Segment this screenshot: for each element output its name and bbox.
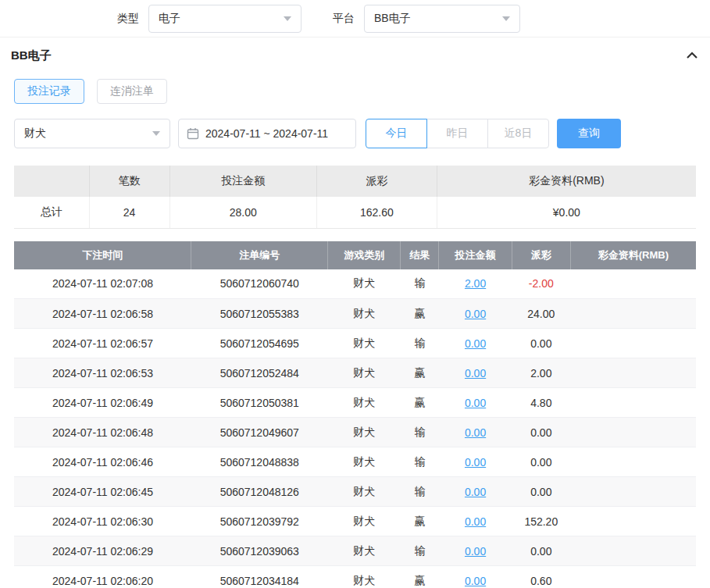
- collapse-section-button[interactable]: [685, 50, 699, 61]
- bet-amount-link[interactable]: 0.00: [465, 545, 486, 558]
- type-label: 类型: [117, 12, 139, 26]
- order-id-cell: 5060712055383: [191, 299, 328, 329]
- summary-header-payout: 派彩: [317, 166, 437, 197]
- result-cell: 输: [401, 329, 439, 358]
- section-content: 投注记录 连消注单 财犬 2024-07-11 ~ 2024-07-11 今日昨…: [0, 73, 710, 588]
- table-row: 2024-07-11 02:06:535060712052484财犬赢0.002…: [14, 358, 696, 388]
- bet-time-cell: 2024-07-11 02:06:46: [14, 447, 191, 477]
- bet-time-cell: 2024-07-11 02:06:57: [14, 329, 191, 358]
- result-cell: 输: [401, 477, 439, 507]
- bonus-cell: [570, 299, 696, 329]
- game-type-cell: 财犬: [328, 507, 401, 536]
- result-cell: 输: [401, 447, 439, 477]
- platform-select[interactable]: BB电子: [364, 5, 520, 33]
- bet-amount-cell: 0.00: [439, 388, 512, 418]
- summary-header-count: 笔数: [89, 166, 169, 197]
- bonus-cell: [570, 418, 696, 447]
- order-id-cell: 5060712060740: [191, 269, 328, 299]
- calendar-icon: [187, 127, 199, 140]
- chevron-down-icon: [502, 16, 510, 21]
- bet-time-cell: 2024-07-11 02:06:58: [14, 299, 191, 329]
- bet-amount-link[interactable]: 0.00: [465, 397, 486, 409]
- bet-amount-cell: 0.00: [439, 566, 512, 588]
- bet-amount-link[interactable]: 0.00: [465, 426, 486, 439]
- record-filter-bar: 财犬 2024-07-11 ~ 2024-07-11 今日昨日近8日 查询: [14, 119, 696, 148]
- game-type-cell: 财犬: [328, 388, 401, 418]
- summary-payout-value: 162.60: [317, 197, 437, 228]
- result-cell: 赢: [401, 358, 439, 388]
- bet-amount-cell: 2.00: [439, 269, 512, 299]
- bet-time-cell: 2024-07-11 02:06:29: [14, 536, 191, 566]
- result-cell: 赢: [401, 388, 439, 418]
- bet-time-cell: 2024-07-11 02:06:48: [14, 418, 191, 447]
- table-row: 2024-07-11 02:07:085060712060740财犬输2.00-…: [14, 269, 696, 299]
- table-row: 2024-07-11 02:06:465060712048838财犬输0.000…: [14, 447, 696, 477]
- tab-bar: 投注记录 连消注单: [14, 73, 696, 109]
- bet-amount-link[interactable]: 0.00: [465, 515, 486, 528]
- table-row: 2024-07-11 02:06:455060712048126财犬输0.000…: [14, 477, 696, 507]
- type-select[interactable]: 电子: [148, 5, 301, 33]
- payout-cell: -2.00: [512, 269, 570, 299]
- game-type-cell: 财犬: [328, 329, 401, 358]
- bet-amount-link[interactable]: 0.00: [465, 337, 486, 350]
- bet-amount-link[interactable]: 0.00: [465, 575, 486, 587]
- bet-amount-link[interactable]: 0.00: [465, 456, 486, 469]
- payout-cell: 152.20: [512, 507, 570, 536]
- platform-label: 平台: [333, 12, 355, 26]
- order-id-cell: 5060712048126: [191, 477, 328, 507]
- bet-amount-link[interactable]: 0.00: [465, 367, 486, 380]
- summary-count-value: 24: [89, 197, 169, 228]
- quick-button-1[interactable]: 昨日: [426, 119, 488, 148]
- payout-cell: 24.00: [512, 299, 570, 329]
- bet-amount-cell: 0.00: [439, 507, 512, 536]
- tab-cancelled-orders[interactable]: 连消注单: [97, 79, 167, 104]
- records-column-header: 投注金额: [439, 241, 512, 269]
- bet-amount-cell: 0.00: [439, 418, 512, 447]
- tab-bet-records[interactable]: 投注记录: [14, 79, 84, 104]
- game-type-cell: 财犬: [328, 447, 401, 477]
- game-select[interactable]: 财犬: [14, 119, 170, 148]
- bonus-cell: [570, 269, 696, 299]
- quick-button-0[interactable]: 今日: [366, 119, 427, 148]
- table-row: 2024-07-11 02:06:205060712034184财犬赢0.000…: [14, 566, 696, 588]
- payout-cell: 0.60: [512, 566, 570, 588]
- records-column-header: 注单编号: [191, 241, 328, 269]
- summary-header-row: 笔数 投注金额 派彩 彩金资料(RMB): [14, 166, 696, 197]
- order-id-cell: 5060712039063: [191, 536, 328, 566]
- date-range-input[interactable]: 2024-07-11 ~ 2024-07-11: [178, 119, 356, 148]
- summary-total-label: 总计: [14, 197, 89, 228]
- platform-filter: 平台 BB电子: [333, 5, 520, 33]
- quick-button-2[interactable]: 近8日: [487, 119, 549, 148]
- bet-amount-cell: 0.00: [439, 447, 512, 477]
- bonus-cell: [570, 329, 696, 358]
- bet-amount-link[interactable]: 0.00: [465, 308, 486, 320]
- records-column-header: 游戏类别: [328, 241, 401, 269]
- bet-amount-link[interactable]: 0.00: [465, 486, 486, 498]
- payout-cell: 4.80: [512, 388, 570, 418]
- records-table: 下注时间注单编号游戏类别结果投注金额派彩彩金资料(RMB) 2024-07-11…: [14, 241, 696, 588]
- order-id-cell: 5060712034184: [191, 566, 328, 588]
- records-body: 2024-07-11 02:07:085060712060740财犬输2.00-…: [14, 269, 696, 588]
- bonus-cell: [570, 388, 696, 418]
- order-id-cell: 5060712052484: [191, 358, 328, 388]
- result-cell: 输: [401, 418, 439, 447]
- query-button[interactable]: 查询: [557, 119, 621, 148]
- order-id-cell: 5060712048838: [191, 447, 328, 477]
- game-type-cell: 财犬: [328, 477, 401, 507]
- payout-cell: 0.00: [512, 477, 570, 507]
- payout-cell: 0.00: [512, 536, 570, 566]
- result-cell: 赢: [401, 299, 439, 329]
- records-column-header: 派彩: [512, 241, 570, 269]
- bet-amount-link[interactable]: 2.00: [465, 277, 486, 290]
- table-row: 2024-07-11 02:06:585060712055383财犬赢0.002…: [14, 299, 696, 329]
- summary-header-blank: [14, 166, 89, 197]
- summary-header-bonus: 彩金资料(RMB): [437, 166, 696, 197]
- records-column-header: 彩金资料(RMB): [570, 241, 696, 269]
- game-type-cell: 财犬: [328, 358, 401, 388]
- payout-cell: 0.00: [512, 447, 570, 477]
- payout-cell: 2.00: [512, 358, 570, 388]
- chevron-up-icon: [685, 50, 699, 61]
- result-cell: 赢: [401, 507, 439, 536]
- date-range-value: 2024-07-11 ~ 2024-07-11: [205, 127, 328, 140]
- bonus-cell: [570, 507, 696, 536]
